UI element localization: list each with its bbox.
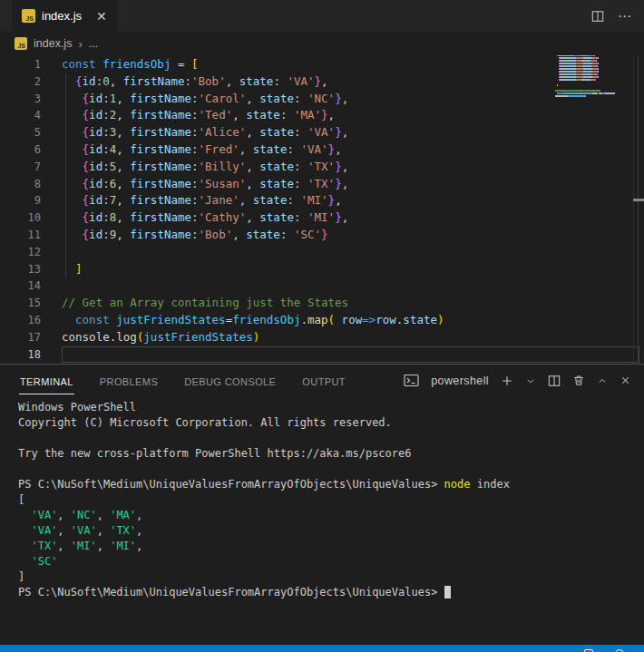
line-text: 'VA', 'NC', 'MA',	[18, 509, 142, 521]
code-line[interactable]: 10 {id:8, firstName:'Cathy', state: 'MI'…	[0, 209, 644, 227]
token: {	[83, 92, 90, 105]
line-text: {id:1, firstName:'Carol', state: 'NC'},	[62, 91, 639, 108]
tline[interactable]: 'VA', 'VA', 'TX',	[18, 523, 644, 539]
token: node	[444, 478, 471, 491]
token: 'MI'	[110, 540, 136, 552]
tline[interactable]	[18, 431, 644, 446]
chevron-up-maximize-icon[interactable]	[597, 375, 608, 386]
vscode-window: JS index.js ✕ ⋯ JS index.js › ... 1const…	[0, 0, 644, 652]
token: 'VA'	[287, 74, 314, 88]
line-text	[62, 244, 639, 261]
token: :	[102, 160, 110, 173]
line-text: // Get an Array containing just the Stat…	[62, 295, 639, 312]
token: {	[83, 228, 90, 241]
tline[interactable]: PS C:\NuSoft\Medium\UniqueValuesFromArra…	[18, 585, 644, 600]
token: :	[280, 108, 294, 122]
token: {	[83, 177, 90, 190]
code-line[interactable]: 4 {id:2, firstName:'Ted', state: 'MA'},	[0, 107, 644, 124]
tline[interactable]: Copyright (C) Microsoft Corporation. All…	[18, 415, 644, 431]
code-line[interactable]: 2 {id:0, firstName:'Bob', state: 'VA'},	[0, 73, 644, 91]
token: firstName	[130, 193, 191, 207]
token	[18, 555, 31, 568]
token: :	[191, 177, 199, 190]
close-icon[interactable]: ✕	[96, 10, 107, 23]
code-line[interactable]: 14	[0, 277, 644, 295]
tline[interactable]: 'VA', 'NC', 'MA',	[18, 508, 644, 523]
more-actions-icon[interactable]: ⋯	[618, 8, 632, 24]
token: 'SC'	[294, 228, 321, 241]
breadcrumb-symbol[interactable]: ...	[89, 37, 98, 50]
code-line[interactable]: 1const friendsObj = [	[0, 56, 644, 73]
code-line[interactable]: 8 {id:6, firstName:'Susan', state: 'TX'}…	[0, 176, 644, 193]
token: id	[89, 228, 102, 241]
tab-index-js[interactable]: JS index.js ✕	[12, 0, 117, 32]
code-line[interactable]: 17console.log(justFriendStates)	[0, 329, 644, 346]
tline[interactable]	[18, 462, 644, 477]
token: state	[253, 142, 288, 156]
line-text: const friendsObj = [	[62, 56, 639, 73]
token: 'Bob'	[191, 74, 226, 88]
kill-terminal-trash-icon[interactable]	[572, 374, 585, 387]
code-line[interactable]: 9 {id:7, firstName:'Jane', state: 'MI'},	[0, 192, 644, 209]
line-number: 1	[0, 56, 41, 73]
code-line[interactable]: 5 {id:3, firstName:'Alice', state: 'VA'}…	[0, 124, 644, 141]
tab-terminal[interactable]: TERMINAL	[19, 367, 74, 394]
token: Windows PowerShell	[18, 401, 136, 414]
token	[18, 509, 31, 521]
tline[interactable]: Try the new cross-platform PowerShell ht…	[18, 446, 644, 462]
token: }	[335, 160, 342, 173]
tline[interactable]: PS C:\NuSoft\Medium\UniqueValuesFromArra…	[18, 477, 644, 492]
token: =>	[362, 313, 376, 326]
code-editor[interactable]: 1const friendsObj = [2 {id:0, firstName:…	[0, 55, 644, 364]
tline[interactable]: [	[18, 492, 644, 508]
code-line[interactable]: 13 ]	[0, 261, 644, 278]
split-terminal-icon[interactable]	[548, 375, 561, 387]
token: :	[191, 193, 199, 207]
line-text: const justFriendStates=friendsObj.map( r…	[62, 312, 639, 329]
tline[interactable]: ]	[18, 569, 644, 585]
line-text: 'VA', 'VA', 'TX',	[18, 524, 142, 537]
line-text: {id:6, firstName:'Susan', state: 'TX'},	[62, 176, 639, 193]
tline[interactable]: 'TX', 'MI', 'MI',	[18, 539, 644, 554]
tab-problems[interactable]: PROBLEMS	[99, 367, 159, 394]
tab-debug-console[interactable]: DEBUG CONSOLE	[183, 367, 277, 394]
token: friendsObj	[102, 57, 171, 71]
token: :	[102, 177, 110, 190]
token: 0	[102, 74, 110, 88]
token: ,	[246, 160, 259, 173]
code-line[interactable]: 3 {id:1, firstName:'Carol', state: 'NC'}…	[0, 91, 644, 108]
editor-tab-bar: JS index.js ✕ ⋯	[0, 0, 644, 32]
token: :	[191, 142, 199, 156]
terminal-selector-label[interactable]: powershell	[431, 375, 489, 387]
terminal-output[interactable]: Windows PowerShellCopyright (C) Microsof…	[0, 396, 644, 600]
token: ,	[116, 108, 130, 122]
code-line[interactable]: 15// Get an Array containing just the St…	[0, 295, 644, 312]
code-line[interactable]: 7 {id:5, firstName:'Billy', state: 'TX'}…	[0, 159, 644, 176]
minimap[interactable]	[555, 55, 631, 101]
token: Try the new cross-platform PowerShell ht…	[18, 447, 411, 460]
token: :	[102, 125, 110, 139]
tline[interactable]: Windows PowerShell	[18, 400, 644, 415]
token: state	[259, 210, 294, 224]
tline[interactable]: 'SC'	[18, 554, 644, 569]
tab-output[interactable]: OUTPUT	[301, 367, 346, 394]
breadcrumb-file[interactable]: index.js	[34, 37, 72, 50]
token: 'Ted'	[199, 108, 233, 122]
code-line[interactable]: 6 {id:4, firstName:'Fred', state: 'VA'},	[0, 141, 644, 159]
minimap-row	[555, 71, 631, 73]
code-line[interactable]: 11 {id:9, firstName:'Bob', state: 'SC'}	[0, 227, 644, 244]
code-line[interactable]: 16 const justFriendStates=friendsObj.map…	[0, 312, 644, 329]
close-panel-icon[interactable]	[620, 375, 631, 386]
split-editor-icon[interactable]	[591, 10, 604, 23]
chevron-down-icon[interactable]	[525, 375, 536, 386]
powershell-terminal-icon	[404, 374, 419, 387]
code-line[interactable]: 12	[0, 244, 644, 261]
token	[335, 313, 342, 326]
new-terminal-icon[interactable]	[501, 375, 513, 387]
token: =	[171, 57, 191, 71]
line-number: 2	[0, 73, 41, 91]
token: ,	[342, 160, 349, 173]
code-line[interactable]: 18	[0, 346, 644, 364]
token: firstName	[123, 74, 185, 88]
chevron-right-icon: ›	[78, 37, 82, 51]
